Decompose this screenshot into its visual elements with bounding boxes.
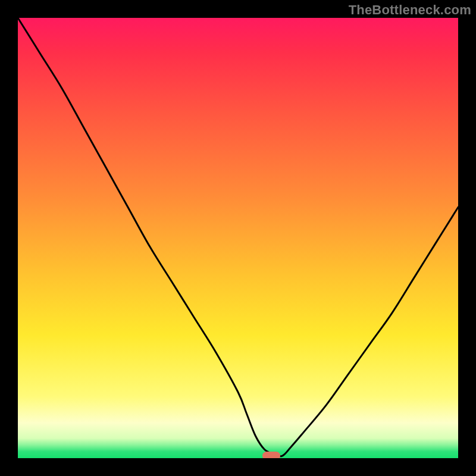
optimal-point-marker	[262, 452, 280, 458]
chart-frame: TheBottleneck.com	[0, 0, 476, 476]
bottleneck-curve	[18, 18, 458, 458]
plot-area	[18, 18, 458, 458]
attribution-text: TheBottleneck.com	[349, 2, 471, 18]
